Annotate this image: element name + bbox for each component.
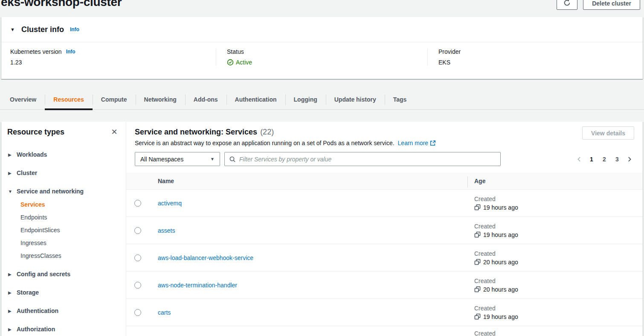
provider-field: Provider EKS (427, 48, 643, 66)
cluster-info-card: ▼ Cluster info Info Kubernetes version I… (1, 17, 643, 79)
row-radio[interactable] (134, 200, 141, 207)
expand-right-icon[interactable]: ▶ (6, 309, 17, 313)
table-row: carts Created 19 hours ago (126, 299, 643, 326)
created-label: Created (474, 196, 643, 202)
sidebar-group-storage[interactable]: ▶ Storage (6, 286, 122, 299)
search-icon (229, 156, 236, 163)
services-search[interactable] (224, 152, 501, 166)
row-radio[interactable] (134, 254, 141, 261)
sidebar-group-authorization[interactable]: ▶ Authorization (6, 323, 122, 336)
sidebar-group-workloads[interactable]: ▶ Workloads (6, 148, 122, 161)
kubernetes-version-value: 1.23 (10, 59, 216, 66)
expand-right-icon[interactable]: ▶ (6, 290, 17, 295)
status-badge: Active (227, 59, 427, 66)
copy-icon[interactable] (474, 286, 481, 292)
expand-right-icon[interactable]: ▶ (6, 152, 17, 157)
tab-compute[interactable]: Compute (93, 90, 136, 109)
copy-icon[interactable] (474, 204, 481, 210)
sidebar-item-ingresses[interactable]: Ingresses (6, 237, 122, 249)
tab-tags[interactable]: Tags (385, 90, 415, 109)
copy-icon[interactable] (474, 313, 481, 320)
tab-update-history[interactable]: Update history (326, 90, 385, 109)
status-label: Status (227, 48, 244, 55)
tab-overview[interactable]: Overview (1, 90, 45, 109)
delete-cluster-button[interactable]: Delete cluster (583, 0, 640, 10)
column-header-name[interactable]: Name (149, 178, 467, 184)
filter-row: All Namespaces ▼ 1 2 3 (135, 152, 634, 166)
column-header-age[interactable]: Age (467, 178, 643, 184)
resource-types-nav: ▶ Workloads ▶ Cluster ▼ Service and netw… (6, 148, 122, 336)
service-link[interactable]: assets (158, 227, 175, 234)
age-value: 19 hours ago (483, 313, 518, 320)
created-label: Created (474, 278, 643, 284)
tab-networking[interactable]: Networking (136, 90, 185, 109)
sidebar-item-endpoints[interactable]: Endpoints (6, 211, 122, 224)
next-page-icon[interactable] (625, 156, 634, 162)
service-link[interactable]: aws-node-termination-handler (158, 282, 237, 289)
service-link[interactable]: aws-load-balancer-webhook-service (158, 254, 253, 261)
sidebar-item-ingressclasses[interactable]: IngressClasses (6, 249, 122, 262)
expand-down-icon[interactable]: ▼ (6, 189, 17, 194)
tab-authentication[interactable]: Authentication (226, 90, 285, 109)
refresh-button[interactable] (557, 0, 577, 10)
kubernetes-version-info-link[interactable]: Info (66, 49, 75, 55)
provider-value: EKS (438, 59, 643, 66)
copy-icon[interactable] (474, 231, 481, 238)
page-button-2[interactable]: 2 (599, 154, 609, 164)
cluster-info-header[interactable]: ▼ Cluster info Info (1, 17, 643, 42)
cluster-info-info-link[interactable]: Info (70, 26, 79, 32)
table-row: assets Created 19 hours ago (126, 217, 643, 244)
previous-page-icon[interactable] (574, 156, 584, 162)
expand-right-icon[interactable]: ▶ (6, 171, 17, 175)
services-table: Name Age activemq Created 19 (126, 172, 643, 336)
sidebar-close-icon[interactable]: ✕ (110, 127, 119, 137)
page-button-3[interactable]: 3 (612, 154, 622, 164)
services-description: Service is an abstract way to expose an … (135, 140, 395, 146)
services-count: (22) (260, 128, 274, 137)
pagination: 1 2 3 (574, 154, 634, 164)
row-radio[interactable] (134, 227, 141, 234)
created-label: Created (474, 305, 643, 312)
resource-types-title: Resource types (7, 128, 64, 137)
services-main: Service and networking: Services (22) Vi… (126, 122, 643, 336)
kubernetes-version-label: Kubernetes version (10, 48, 62, 55)
expand-right-icon[interactable]: ▶ (6, 327, 17, 332)
sidebar-group-authentication[interactable]: ▶ Authentication (6, 304, 122, 317)
learn-more-link[interactable]: Learn more (398, 140, 436, 146)
view-details-button[interactable]: View details (582, 126, 634, 140)
service-networking-sublist: Services Endpoints EndpointSlices Ingres… (6, 198, 122, 262)
resources-panel: Resource types ✕ ▶ Workloads ▶ Cluster ▼… (1, 122, 643, 336)
service-link[interactable]: activemq (158, 200, 182, 207)
status-value: Active (236, 59, 252, 66)
cluster-info-title: Cluster info (21, 25, 64, 34)
sidebar-group-cluster[interactable]: ▶ Cluster (6, 167, 122, 179)
expand-right-icon[interactable]: ▶ (6, 272, 17, 277)
table-row: aws-load-balancer-webhook-service Create… (126, 244, 643, 272)
table-row: activemq Created 19 hours ago (126, 190, 643, 217)
created-label: Created (474, 223, 643, 230)
search-input[interactable] (239, 156, 496, 163)
sidebar-item-endpointslices[interactable]: EndpointSlices (6, 224, 122, 237)
collapse-caret-icon[interactable]: ▼ (10, 27, 15, 32)
age-value: 20 hours ago (483, 259, 518, 266)
sidebar-item-services[interactable]: Services (6, 198, 122, 211)
sidebar-group-config-and-secrets[interactable]: ▶ Config and secrets (6, 268, 122, 280)
table-header: Name Age (126, 172, 643, 190)
table-row-partial: Created (126, 326, 643, 336)
resource-types-sidebar: Resource types ✕ ▶ Workloads ▶ Cluster ▼… (1, 122, 126, 336)
status-field: Status Active (216, 48, 427, 66)
header-actions: Delete cluster (557, 0, 640, 10)
tab-logging[interactable]: Logging (285, 90, 326, 109)
tab-add-ons[interactable]: Add-ons (185, 90, 226, 109)
sidebar-group-service-and-networking[interactable]: ▼ Service and networking (6, 185, 122, 198)
service-link[interactable]: carts (158, 309, 171, 316)
copy-icon[interactable] (474, 259, 481, 265)
page-button-1[interactable]: 1 (586, 154, 597, 164)
cluster-info-body: Kubernetes version Info 1.23 Status Acti… (1, 42, 643, 66)
age-value: 19 hours ago (483, 204, 518, 211)
services-title: Service and networking: Services (135, 128, 257, 137)
row-radio[interactable] (134, 282, 141, 289)
row-radio[interactable] (134, 309, 141, 316)
tab-resources[interactable]: Resources (45, 90, 93, 109)
namespace-select[interactable]: All Namespaces ▼ (135, 152, 220, 166)
